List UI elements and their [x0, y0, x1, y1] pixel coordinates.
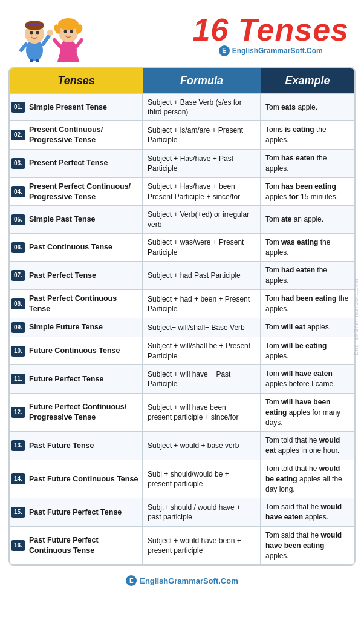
cell-example-12: Tom will have been eating apples for man…	[261, 394, 354, 431]
cell-formula-6: Subject + was/were + Present Participle	[143, 234, 261, 262]
cell-formula-10: Subject + will/shall be + Present Partic…	[143, 337, 261, 365]
cell-tense-16: 16.Past Future Perfect Continuous Tense	[10, 527, 143, 564]
formula-text: Subject + had + been + Present Participl…	[148, 294, 255, 314]
svg-marker-12	[56, 53, 80, 62]
brand-text: EnglishGrammarSoft.Com	[232, 47, 323, 55]
cell-formula-3: Subject + Has/have + Past Participle	[143, 150, 261, 177]
example-text: Tom said that he would have been eating …	[265, 530, 349, 561]
example-text: Tom will have been eating apples for man…	[265, 397, 349, 427]
formula-text: Subject + had Past Participle	[148, 271, 241, 280]
cell-formula-13: Subject + would + base verb	[143, 432, 261, 460]
svg-point-14	[58, 18, 79, 30]
row-number: 11.	[11, 374, 25, 384]
row-number: 04.	[11, 186, 25, 197]
cell-tense-4: 04.Present Perfect Continuous/ Progressi…	[10, 178, 143, 206]
table-header: Tenses Formula Example	[10, 68, 354, 93]
cell-tense-13: 13.Past Future Tense	[10, 432, 143, 460]
cell-formula-2: Subject + is/am/are + Present Participle	[143, 121, 261, 149]
row-number: 12.	[11, 407, 25, 418]
row-number: 05.	[11, 214, 25, 225]
cell-formula-16: Subject + would have been + present part…	[143, 527, 261, 564]
tense-name: Present Perfect Continuous/ Progressive …	[29, 182, 140, 202]
col-header-tenses: Tenses	[10, 68, 143, 93]
cell-tense-6: 06.Past Continuous Tense	[10, 234, 143, 262]
table-row: 01.Simple Present TenseSubject + Base Ve…	[10, 93, 354, 120]
example-text: Tom told that he would be eating apples …	[265, 464, 349, 494]
formula-text: Subject + will have + Past Participle	[148, 369, 255, 389]
cell-example-7: Tom had eaten the apples.	[261, 262, 354, 289]
cell-example-13: Tom told that he would eat apples in one…	[261, 432, 354, 460]
mascots-area	[15, 11, 94, 62]
table-row: 03.Present Perfect TenseSubject + Has/ha…	[10, 149, 354, 177]
row-number: 02.	[11, 130, 25, 140]
col-header-example: Example	[261, 68, 354, 93]
formula-text: Subject + will/shall be + Present Partic…	[148, 341, 255, 360]
svg-point-3	[30, 31, 33, 35]
cell-tense-12: 12.Future Perfect Continuous/ Progressiv…	[10, 394, 143, 431]
col-header-formula: Formula	[143, 68, 261, 93]
tense-name: Future Continuous Tense	[29, 346, 120, 356]
cell-example-5: Tom ate an apple.	[261, 206, 354, 232]
formula-text: Subj + should/would be + present partici…	[148, 469, 255, 489]
table-row: 04.Present Perfect Continuous/ Progressi…	[10, 177, 354, 206]
formula-text: Subj.+ should / would have + past partic…	[148, 503, 255, 522]
formula-text: Subject + Verb(+ed) or irregular verb	[148, 209, 255, 229]
cell-tense-5: 05.Simple Past Tense	[10, 206, 143, 232]
footer-brand-text: EnglishGrammarSoft.Com	[140, 576, 238, 585]
example-text: Tom said that he would have eaten apples…	[265, 502, 349, 523]
row-number: 06.	[11, 242, 25, 253]
table-row: 06.Past Continuous TenseSubject + was/we…	[10, 233, 354, 262]
tense-name: Simple Future Tense	[29, 322, 103, 332]
mascots-svg	[15, 11, 88, 62]
cell-formula-12: Subject + will have been + present parti…	[143, 394, 261, 431]
formula-text: Subject + Has/have + been + Present Part…	[148, 182, 255, 201]
tense-name: Past Future Perfect Tense	[29, 507, 122, 518]
table-row: 14.Past Future Continuous TenseSubj + sh…	[10, 460, 354, 498]
footer-brand: E EnglishGrammarSoft.Com	[6, 570, 358, 591]
cell-example-2: Toms is eating the apples.	[261, 121, 354, 149]
example-text: Tom has eaten the apples.	[265, 153, 349, 174]
cell-example-14: Tom told that he would be eating apples …	[261, 460, 354, 498]
tenses-table: Tenses Formula Example 01.Simple Present…	[8, 67, 356, 566]
svg-rect-10	[27, 23, 42, 26]
row-number: 13.	[11, 440, 25, 451]
example-text: Tom was eating the apples.	[265, 237, 349, 258]
example-text: Tom told that he would eat apples in one…	[265, 435, 349, 456]
formula-text: Subject+ will/shall+ Base Verb	[148, 323, 245, 332]
formula-text: Subject + is/am/are + Present Participle	[148, 125, 255, 145]
table-row: 12.Future Perfect Continuous/ Progressiv…	[10, 393, 354, 431]
table-row: 15.Past Future Perfect TenseSubj.+ shoul…	[10, 498, 354, 526]
svg-line-7	[21, 44, 26, 50]
row-number: 15.	[11, 507, 25, 518]
table-wrapper: Tenses Formula Example 01.Simple Present…	[6, 67, 358, 566]
row-number: 16.	[11, 540, 25, 551]
cell-tense-3: 03.Present Perfect Tense	[10, 150, 143, 177]
tense-name: Past Future Tense	[29, 441, 94, 451]
example-text: Tom will have eaten apples before I came…	[265, 369, 349, 389]
cell-example-8: Tom had been eating the apples.	[261, 290, 354, 318]
example-text: Toms is eating the apples.	[265, 125, 349, 145]
row-number: 07.	[11, 270, 25, 281]
table-row: 13.Past Future TenseSubject + would + ba…	[10, 431, 354, 460]
cell-formula-9: Subject+ will/shall+ Base Verb	[143, 318, 261, 337]
page-title: 16 Tenses	[192, 14, 349, 45]
formula-text: Subject + would + base verb	[148, 441, 239, 450]
cell-formula-14: Subj + should/would be + present partici…	[143, 460, 261, 498]
example-text: Tom has been eating apples for 15 minute…	[265, 182, 349, 202]
example-text: Tom had eaten the apples.	[265, 265, 349, 286]
svg-point-18	[70, 30, 73, 33]
footer-brand-icon: E	[126, 575, 137, 586]
cell-example-15: Tom said that he would have eaten apples…	[261, 498, 354, 526]
tense-name: Past Perfect Continuous Tense	[29, 294, 140, 314]
svg-point-6	[47, 30, 53, 36]
cell-formula-11: Subject + will have + Past Participle	[143, 365, 261, 393]
cell-formula-7: Subject + had Past Participle	[143, 262, 261, 289]
row-number: 08.	[11, 298, 25, 309]
row-number: 14.	[11, 473, 25, 484]
formula-text: Subject + will have been + present parti…	[148, 403, 255, 422]
cell-example-1: Tom eats apple.	[261, 94, 354, 120]
table-row: 09.Simple Future TenseSubject+ will/shal…	[10, 318, 354, 337]
tense-name: Present Continuous/ Progressive Tense	[29, 125, 140, 145]
cell-tense-11: 11.Future Perfect Tense	[10, 365, 143, 393]
table-row: 08.Past Perfect Continuous TenseSubject …	[10, 289, 354, 318]
